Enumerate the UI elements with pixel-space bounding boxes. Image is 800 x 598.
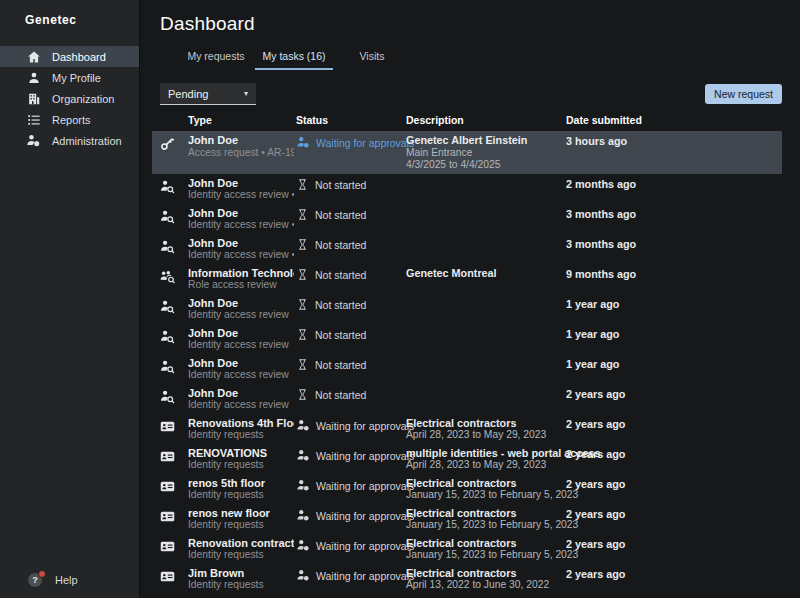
row-subtitle: Identity requests bbox=[188, 519, 294, 532]
sidebar-nav: DashboardMy ProfileOrganizationReportsAd… bbox=[0, 46, 139, 151]
table-row[interactable]: John Doe Identity access review Not star… bbox=[152, 384, 782, 414]
tab-my-requests[interactable]: My requests bbox=[177, 45, 255, 70]
table-row[interactable]: RENOVATIONS Identity requests Waiting fo… bbox=[152, 444, 782, 474]
row-title: RENOVATIONS bbox=[188, 447, 294, 460]
badge-icon bbox=[160, 479, 188, 494]
row-status: Not started bbox=[296, 237, 406, 254]
row-type-icon-cell bbox=[160, 357, 188, 374]
row-type-icon-cell bbox=[160, 387, 188, 404]
hourglass-icon bbox=[296, 268, 309, 284]
table-row[interactable]: John Doe Identity access review Not star… bbox=[152, 324, 782, 354]
tab-visits[interactable]: Visits bbox=[333, 45, 411, 70]
row-status: Waiting for approvals bbox=[296, 537, 406, 555]
row-type-cell: John Doe Identity access review bbox=[188, 357, 296, 382]
row-status: Waiting for approvals bbox=[296, 507, 406, 525]
sidebar-item-dashboard[interactable]: Dashboard bbox=[0, 46, 139, 67]
row-subtitle: Role access review bbox=[188, 279, 294, 292]
help-label: Help bbox=[55, 574, 78, 586]
row-subtitle: Identity access review • RV-15 bbox=[188, 219, 294, 232]
row-type-icon-cell bbox=[160, 297, 188, 314]
column-header-description: Description bbox=[406, 112, 566, 126]
status-label: Waiting for approvals bbox=[316, 480, 414, 493]
status-label: Not started bbox=[315, 239, 366, 252]
table-header: TypeStatusDescriptionDate submitted bbox=[152, 112, 782, 131]
notification-badge bbox=[38, 570, 46, 578]
sidebar-item-my-profile[interactable]: My Profile bbox=[0, 67, 139, 88]
description-line: Electrical contractors bbox=[406, 417, 566, 430]
table-row[interactable]: John Doe Identity access review • RV-30 … bbox=[152, 174, 782, 204]
row-type-cell: John Doe Identity access review • RV-30 bbox=[188, 177, 296, 202]
sidebar-item-label: Organization bbox=[52, 93, 114, 105]
row-type-cell: John Doe Identity access review • RV-15 bbox=[188, 207, 296, 232]
description-line: Electrical contractors bbox=[406, 477, 566, 490]
table-row[interactable]: renos new floor Identity requests Waitin… bbox=[152, 504, 782, 534]
table-row[interactable]: John Doe Identity access review Not star… bbox=[152, 354, 782, 384]
row-type-cell: renos 5th floor Identity requests bbox=[188, 477, 296, 502]
table-row[interactable]: John Doe Identity access review Not star… bbox=[152, 294, 782, 324]
row-subtitle: Access request • AR-19 bbox=[188, 147, 294, 160]
row-type-icon-cell bbox=[160, 267, 188, 284]
row-type-icon-cell bbox=[160, 177, 188, 194]
row-date-submitted: 2 years ago bbox=[566, 447, 782, 461]
status-label: Waiting for approvals bbox=[316, 570, 414, 583]
table-row[interactable]: John Doe Identity access review • RV-15 … bbox=[152, 204, 782, 234]
row-type-icon-cell bbox=[160, 537, 188, 554]
row-description: Electrical contractorsApril 28, 2023 to … bbox=[406, 417, 566, 442]
status-label: Waiting for approvals bbox=[316, 540, 414, 553]
sidebar-item-organization[interactable]: Organization bbox=[0, 88, 139, 109]
sidebar-item-label: Reports bbox=[52, 114, 91, 126]
badge-icon bbox=[160, 419, 188, 434]
table-row[interactable]: Information Technology Role access revie… bbox=[152, 264, 782, 294]
description-line: January 15, 2023 to February 5, 2023 bbox=[406, 489, 566, 502]
help-button[interactable]: ? Help bbox=[0, 570, 139, 598]
table-row[interactable]: renos 5th floor Identity requests Waitin… bbox=[152, 474, 782, 504]
hourglass-icon bbox=[296, 178, 309, 194]
description-line: April 28, 2023 to May 29, 2023 bbox=[406, 459, 566, 472]
row-status: Not started bbox=[296, 357, 406, 374]
new-request-button[interactable]: New request bbox=[705, 84, 782, 104]
table-row[interactable]: John Doe Identity access review • RV-14 … bbox=[152, 234, 782, 264]
row-type-icon-cell bbox=[160, 207, 188, 224]
row-type-icon-cell bbox=[160, 327, 188, 344]
key-icon bbox=[160, 136, 188, 151]
description-line: Electrical contractors bbox=[406, 507, 566, 520]
table-row[interactable]: Renovation contractors (4th Floor) Ident… bbox=[152, 534, 782, 564]
status-filter-select[interactable]: Pending ▾ bbox=[160, 83, 256, 105]
row-type-icon-cell bbox=[160, 417, 188, 434]
table-row[interactable]: Renovations 4th Floor Identity requests … bbox=[152, 414, 782, 444]
main-content: Dashboard My requestsMy tasks (16)Visits… bbox=[140, 0, 800, 598]
status-label: Not started bbox=[315, 209, 366, 222]
row-description: multiple identities - web portal accessA… bbox=[406, 447, 566, 472]
row-type-icon-cell bbox=[160, 237, 188, 254]
sidebar-item-reports[interactable]: Reports bbox=[0, 109, 139, 130]
home-icon bbox=[26, 49, 41, 64]
row-title: John Doe bbox=[188, 237, 294, 250]
table-row[interactable]: John Doe Access request • AR-19 Waiting … bbox=[152, 131, 782, 174]
row-type-icon-cell bbox=[160, 477, 188, 494]
identity-review-icon bbox=[160, 389, 188, 404]
row-subtitle: Identity requests bbox=[188, 459, 294, 472]
table-row[interactable]: Renovations 4th Floor Identity requests … bbox=[152, 594, 782, 598]
row-type-icon-cell bbox=[160, 507, 188, 524]
identity-review-icon bbox=[160, 179, 188, 194]
row-status: Waiting for approvals bbox=[296, 567, 406, 585]
badge-icon bbox=[160, 509, 188, 524]
row-subtitle: Identity requests bbox=[188, 489, 294, 502]
sidebar-item-administration[interactable]: Administration bbox=[0, 130, 139, 151]
hourglass-icon bbox=[296, 298, 309, 314]
hourglass-icon bbox=[296, 238, 309, 254]
table-row[interactable]: Jim Brown Identity requests Waiting for … bbox=[152, 564, 782, 594]
building-icon bbox=[26, 91, 41, 106]
toolbar: Pending ▾ New request bbox=[160, 83, 782, 105]
identity-review-icon bbox=[160, 209, 188, 224]
row-status: Waiting for approvals bbox=[296, 417, 406, 435]
description-line: multiple identities - web portal access bbox=[406, 447, 566, 460]
table-body: John Doe Access request • AR-19 Waiting … bbox=[152, 131, 782, 598]
description-line: April 13, 2022 to June 30, 2022 bbox=[406, 579, 566, 592]
status-label: Not started bbox=[315, 179, 366, 192]
person-approval-icon bbox=[296, 448, 310, 465]
row-subtitle: Identity requests bbox=[188, 429, 294, 442]
row-title: John Doe bbox=[188, 207, 294, 220]
badge-icon bbox=[160, 449, 188, 464]
tab-my-tasks-16-[interactable]: My tasks (16) bbox=[255, 45, 333, 70]
